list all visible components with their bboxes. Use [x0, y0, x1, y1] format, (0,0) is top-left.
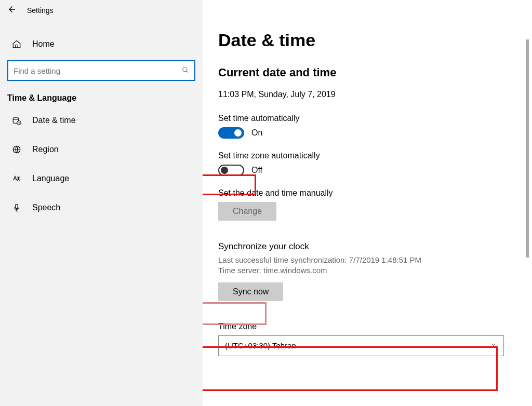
- timezone-value: (UTC+03:30) Tehran: [225, 341, 296, 350]
- change-button[interactable]: Change: [218, 202, 276, 221]
- set-time-auto-toggle[interactable]: [218, 127, 244, 139]
- timezone-label: Time zone: [218, 322, 522, 331]
- set-time-auto-label: Set time automatically: [218, 114, 522, 123]
- page-title: Date & time: [218, 30, 522, 50]
- sidebar-item-label: Language: [32, 174, 69, 183]
- sidebar: Settings Home Time & Language Date &: [0, 0, 203, 406]
- calendar-clock-icon: [11, 116, 22, 125]
- search-input-wrap[interactable]: [7, 60, 195, 81]
- sync-heading: Synchronize your clock: [218, 241, 522, 252]
- current-datetime-value: 11:03 PM, Sunday, July 7, 2019: [218, 90, 522, 99]
- svg-line-10: [19, 123, 20, 124]
- sidebar-item-date-time[interactable]: Date & time: [0, 106, 203, 135]
- set-tz-auto-state: Off: [251, 166, 262, 175]
- window-title: Settings: [27, 6, 54, 15]
- home-icon: [11, 39, 22, 49]
- set-tz-auto-label: Set time zone automatically: [218, 151, 522, 160]
- svg-point-4: [183, 67, 187, 71]
- svg-line-5: [187, 71, 188, 72]
- manual-set-label: Set the date and time manually: [218, 188, 522, 198]
- sidebar-home[interactable]: Home: [0, 34, 203, 54]
- sync-now-button[interactable]: Sync now: [218, 282, 283, 301]
- sidebar-section-label: Time & Language: [0, 81, 203, 106]
- scrollbar[interactable]: [526, 39, 529, 258]
- content-pane: Date & time Current date and time 11:03 …: [203, 0, 532, 406]
- sidebar-item-label: Region: [32, 145, 59, 154]
- back-button[interactable]: [7, 5, 17, 17]
- sidebar-item-language[interactable]: Language: [0, 164, 203, 193]
- microphone-icon: [11, 203, 22, 212]
- sidebar-item-label: Speech: [32, 203, 60, 212]
- set-tz-auto-toggle[interactable]: [218, 165, 244, 176]
- sidebar-item-speech[interactable]: Speech: [0, 193, 203, 222]
- sidebar-item-label: Date & time: [32, 116, 76, 125]
- chevron-down-icon: [490, 341, 497, 350]
- svg-rect-12: [16, 204, 18, 208]
- search-input[interactable]: [14, 66, 182, 75]
- sync-last-line: Last successful time synchronization: 7/…: [218, 255, 522, 265]
- sidebar-home-label: Home: [32, 39, 55, 49]
- sidebar-item-region[interactable]: Region: [0, 135, 203, 164]
- sync-server-line: Time server: time.windows.com: [218, 265, 522, 276]
- language-icon: [11, 174, 22, 183]
- globe-icon: [11, 145, 22, 154]
- set-time-auto-state: On: [251, 128, 262, 138]
- current-datetime-heading: Current date and time: [218, 66, 522, 79]
- timezone-select[interactable]: (UTC+03:30) Tehran: [218, 335, 504, 356]
- search-icon: [182, 66, 189, 75]
